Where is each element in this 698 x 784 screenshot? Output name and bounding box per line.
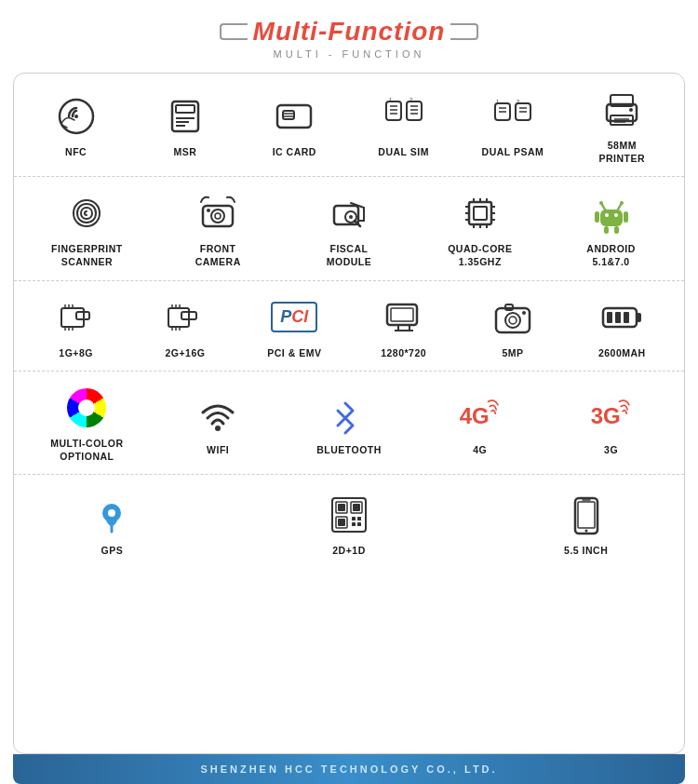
feature-android: ANDROID5.1&7.0 — [545, 188, 677, 268]
svg-rect-11 — [386, 101, 401, 120]
mem1-label: 1G+8G — [59, 347, 93, 360]
svg-point-37 — [215, 213, 221, 219]
wifi-label: WIFI — [207, 444, 229, 457]
feature-4g: 4G 4G — [414, 389, 545, 457]
fingerprint-icon — [61, 188, 112, 238]
msr-label: MSR — [174, 146, 197, 159]
svg-rect-112 — [352, 517, 356, 520]
feature-nfc: NFC — [21, 91, 130, 159]
header-subtitle: MULTI - FUNCTION — [0, 48, 698, 60]
svg-rect-8 — [283, 111, 294, 119]
svg-point-90 — [505, 313, 520, 328]
feature-bluetooth: BLUETOOTH — [284, 389, 415, 457]
multicolor-label: MULTI-COLOROPTIONAL — [50, 438, 123, 463]
feature-row-3: 1G+8G 2G+16G — [14, 281, 684, 372]
svg-rect-105 — [332, 498, 366, 532]
2d1d-label: 2D+1D — [332, 545, 365, 558]
svg-rect-67 — [614, 226, 619, 234]
fiscal-label: FISCALMODULE — [327, 243, 372, 268]
feature-fiscal: FISCALMODULE — [284, 188, 415, 268]
inch-icon — [561, 490, 611, 540]
footer: SHENZHEN HCC TECHNOLOGY CO., LTD. — [13, 754, 685, 784]
feature-wifi: WIFI — [153, 389, 284, 457]
svg-point-36 — [211, 210, 224, 223]
svg-point-99 — [215, 426, 221, 431]
front-camera-icon — [193, 188, 243, 238]
printer-label: 58MMPRINTER — [599, 140, 646, 165]
feature-battery: 2600MAH — [568, 292, 677, 360]
svg-rect-43 — [469, 202, 491, 224]
resolution-icon — [379, 292, 429, 343]
5mp-label: 5MP — [502, 347, 523, 360]
gps-label: GPS — [101, 545, 123, 558]
bracket-right — [450, 23, 478, 40]
bluetooth-icon — [324, 389, 374, 439]
ic-card-icon — [269, 91, 319, 142]
color-ring — [67, 388, 106, 427]
mem2-label: 2G+16G — [165, 347, 205, 360]
svg-point-62 — [599, 201, 603, 205]
ic-card-label: IC CARD — [273, 146, 316, 159]
feature-multicolor: MULTI-COLOROPTIONAL — [21, 383, 153, 463]
svg-rect-114 — [352, 522, 356, 526]
feature-ic-card: IC CARD — [240, 91, 349, 159]
nfc-icon — [51, 91, 101, 142]
bracket-left — [220, 23, 248, 40]
android-label: ANDROID5.1&7.0 — [586, 243, 636, 268]
4g-icon: 4G — [455, 389, 505, 439]
feature-row-5: GPS — [14, 475, 684, 573]
feature-5mp: 5MP — [458, 292, 567, 360]
printer-icon — [597, 85, 647, 135]
multicolor-icon — [61, 383, 112, 433]
quad-core-icon — [455, 188, 505, 238]
feature-quad-core: QUAD-CORE1.35GHZ — [414, 188, 545, 268]
footer-text: SHENZHEN HCC TECHNOLOGY CO., LTD. — [200, 764, 497, 775]
svg-rect-97 — [615, 312, 621, 323]
svg-point-63 — [620, 201, 624, 205]
feature-inch: 5.5 INCH — [495, 490, 677, 558]
gps-icon — [87, 490, 137, 540]
svg-point-118 — [584, 530, 587, 533]
msr-icon — [160, 91, 210, 142]
svg-point-34 — [629, 108, 633, 112]
quad-core-label: QUAD-CORE1.35GHZ — [448, 243, 512, 268]
pci-label: PCI & EMV — [267, 347, 321, 360]
svg-point-58 — [605, 213, 609, 217]
feature-dual-psam: 1 2 DUAL PSAM — [458, 91, 567, 159]
svg-rect-113 — [357, 517, 361, 520]
svg-rect-57 — [600, 210, 623, 226]
main-container: Multi-Function MULTI - FUNCTION — [0, 0, 698, 784]
mem1-icon — [51, 292, 101, 343]
feature-2d1d: 2D+1D — [259, 490, 440, 558]
mem2-icon — [160, 292, 210, 343]
feature-res: 1280*720 — [349, 292, 458, 360]
svg-text:3G: 3G — [590, 403, 620, 428]
feature-gps: GPS — [21, 490, 203, 558]
content-box: NFC MSR — [13, 73, 685, 754]
dual-sim-icon: 1 2 — [379, 91, 429, 142]
feature-pci: PCI PCI & EMV — [240, 292, 349, 360]
nfc-label: NFC — [65, 146, 87, 159]
svg-rect-95 — [637, 313, 641, 322]
svg-rect-44 — [474, 207, 487, 220]
feature-msr: MSR — [130, 91, 239, 159]
svg-rect-85 — [391, 308, 413, 321]
header: Multi-Function MULTI - FUNCTION — [0, 0, 698, 67]
feature-front-camera: FRONTCAMERA — [153, 188, 284, 268]
svg-rect-109 — [338, 504, 345, 511]
title-post: Function — [328, 17, 445, 46]
svg-point-59 — [614, 213, 618, 217]
3g-icon: 3G — [586, 389, 637, 439]
4g-label: 4G — [473, 444, 487, 457]
dual-psam-label: DUAL PSAM — [482, 146, 544, 159]
svg-rect-110 — [353, 504, 360, 511]
feature-row-4: MULTI-COLOROPTIONAL WIFI — [14, 372, 684, 475]
feature-row-2: FINGERPRINTSCANNER FRONTCAMERA — [14, 177, 684, 280]
inch-label: 5.5 INCH — [564, 545, 608, 558]
feature-3g: 3G 3G — [545, 389, 677, 457]
battery-icon — [597, 292, 647, 343]
battery-label: 2600MAH — [598, 347, 646, 360]
header-title: Multi-Function — [253, 17, 446, 47]
dual-psam-icon: 1 2 — [488, 91, 538, 142]
pci-icon: PCI — [269, 292, 319, 343]
